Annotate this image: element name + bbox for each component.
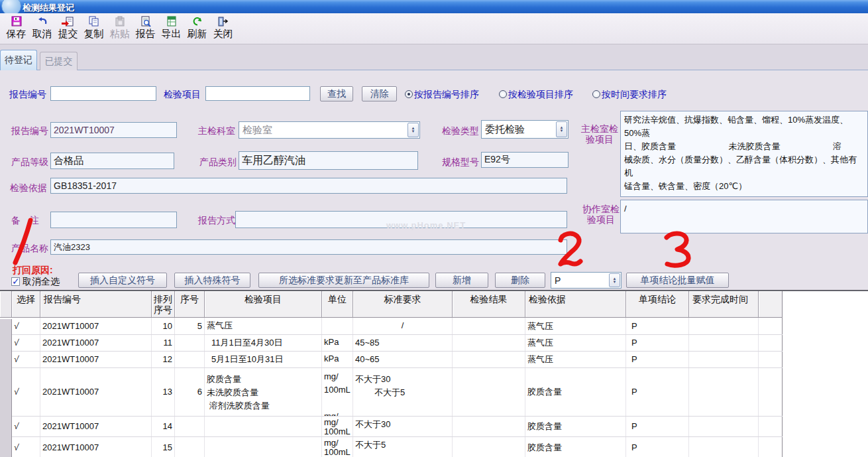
table-row[interactable]: √ 2021WT10007 10 5 蒸气压 / 蒸气压 P xyxy=(12,318,783,335)
coop-items-textarea[interactable]: / xyxy=(620,200,868,233)
category-field[interactable] xyxy=(239,151,418,170)
close-icon xyxy=(217,15,229,28)
basis-label: 检验依据 xyxy=(10,182,47,194)
export-button[interactable]: 导出 xyxy=(158,15,184,43)
row-blank-cell xyxy=(759,335,783,351)
sort-by-time-label[interactable]: 按时间要求排序 xyxy=(602,89,667,101)
row-blank-cell xyxy=(759,368,783,416)
row-basis-cell: 胶质含量 xyxy=(525,368,626,416)
copy-button[interactable]: 复制 xyxy=(81,15,107,43)
table-row[interactable]: √ 2021WT10007 13 6 胶质含量 未洗胶质含量 溶剂洗胶质含量 m… xyxy=(12,368,783,417)
grade-field[interactable] xyxy=(50,153,174,169)
row-check-cell[interactable]: √ xyxy=(12,417,40,436)
test-type-label: 检验类型 xyxy=(442,125,479,137)
col-header-seq[interactable]: 序号 xyxy=(175,291,205,317)
row-result-cell[interactable] xyxy=(453,417,525,436)
dept-label: 主检科室 xyxy=(198,125,235,137)
dropdown-arrows-icon[interactable]: ▲▼ xyxy=(609,273,620,287)
dropdown-arrows-icon[interactable]: ▲▼ xyxy=(407,123,419,137)
test-type-select[interactable]: 委托检验 ▲▼ xyxy=(481,120,569,139)
row-requirement-cell: 40~65 xyxy=(353,352,453,367)
undo-button[interactable]: 取消 xyxy=(29,15,55,43)
search-item-input[interactable] xyxy=(205,86,310,101)
row-check-cell[interactable]: √ xyxy=(12,437,40,457)
col-header-select[interactable]: 选择 xyxy=(12,291,40,317)
delete-button[interactable]: 删除 xyxy=(495,273,545,288)
spec-field[interactable] xyxy=(481,152,569,168)
col-header-unit[interactable]: 单位 xyxy=(322,291,353,317)
col-header-conclusion[interactable]: 单项结论 xyxy=(626,291,689,317)
table-row[interactable]: √ 2021WT10007 12 5月1日至10月31日 kPa 40~65 蒸… xyxy=(12,352,783,368)
sort-by-time-radio[interactable] xyxy=(592,90,600,98)
insert-custom-symbol-button[interactable]: 插入自定义符号 xyxy=(78,273,167,288)
uncheck-all-label[interactable]: 取消全选 xyxy=(23,276,60,288)
col-header-basis[interactable]: 检验依据 xyxy=(525,291,626,317)
col-header-order-no[interactable]: 排列 序号 xyxy=(152,291,175,317)
row-check-cell[interactable]: √ xyxy=(12,318,40,334)
main-items-textarea[interactable]: 研究法辛烷值、抗爆指数、铅含量、馏程、10%蒸发温度、50%蒸 日、胶质含量 未… xyxy=(620,111,868,197)
sort-by-item-radio[interactable] xyxy=(499,90,507,98)
category-label: 产品类别 xyxy=(199,157,237,168)
row-report-no-cell: 2021WT10007 xyxy=(40,417,152,436)
assign-conclusion-button[interactable]: 单项结论批量赋值 xyxy=(626,273,729,288)
col-header-requirement[interactable]: 标准要求 xyxy=(353,291,453,317)
conclusion-select[interactable]: P ▲▼ xyxy=(551,272,622,289)
row-result-cell[interactable] xyxy=(453,335,525,351)
product-name-field[interactable] xyxy=(50,239,567,255)
row-result-cell[interactable] xyxy=(453,352,525,367)
table-row[interactable]: √ 2021WT10007 14 mg/ 100mL 不大于30 胶质含量 P xyxy=(12,417,783,437)
col-header-due[interactable]: 要求完成时间 xyxy=(689,291,759,317)
dropdown-arrows-icon[interactable]: ▲▼ xyxy=(556,121,567,137)
sort-by-report-no-radio[interactable] xyxy=(405,90,413,98)
col-header-report-no[interactable]: 报告编号 xyxy=(40,291,152,317)
row-requirement-cell: 不大于30 不大于5 xyxy=(353,368,453,416)
handwritten-mark-3 xyxy=(667,233,688,265)
search-report-no-input[interactable] xyxy=(50,86,156,101)
row-order-no-cell: 10 xyxy=(152,318,175,334)
export-icon xyxy=(166,15,178,28)
insert-special-symbol-button[interactable]: 插入特殊符号 xyxy=(174,273,250,288)
row-due-cell xyxy=(689,437,759,457)
row-result-cell[interactable] xyxy=(453,318,525,334)
clear-button[interactable]: 清除 xyxy=(362,86,397,101)
grid-corner-cell xyxy=(0,291,12,317)
row-seq-cell: 5 xyxy=(175,318,205,334)
col-header-blank xyxy=(759,291,783,317)
tab-submitted[interactable]: 已提交 xyxy=(40,52,78,70)
row-check-cell[interactable]: √ xyxy=(12,368,40,416)
row-conclusion-cell: P xyxy=(626,437,689,457)
main-items-label: 主检室检验项目 xyxy=(579,123,620,145)
row-basis-cell: 胶质含量 xyxy=(525,437,626,457)
dept-select[interactable]: 检验室 ▲▼ xyxy=(239,121,420,139)
table-row[interactable]: √ 2021WT10007 15 mg/ 100mL 不大于5 胶质含量 P xyxy=(12,437,783,457)
find-button[interactable]: 查找 xyxy=(320,86,353,101)
row-result-cell[interactable] xyxy=(453,368,525,416)
row-result-cell[interactable] xyxy=(453,437,525,457)
row-blank-cell xyxy=(759,318,783,334)
row-seq-cell xyxy=(175,352,205,367)
row-check-cell[interactable]: √ xyxy=(12,335,40,351)
close-button[interactable]: 关闭 xyxy=(210,15,236,43)
sort-by-report-no-label[interactable]: 按报告编号排序 xyxy=(414,89,479,101)
table-row[interactable]: √ 2021WT10007 11 11月1日至4月30日 kPa 45~85 蒸… xyxy=(12,335,783,352)
report-mode-label: 报告方式 xyxy=(198,215,235,227)
remark-field[interactable] xyxy=(50,212,177,228)
report-no-field[interactable] xyxy=(50,122,177,138)
refresh-button[interactable]: 刷新 xyxy=(184,15,210,43)
uncheck-all-checkbox[interactable] xyxy=(11,277,20,286)
submit-button[interactable]: 提交 xyxy=(55,15,81,43)
save-button[interactable]: 保存 xyxy=(3,15,29,43)
paste-icon xyxy=(114,15,126,28)
row-unit-cell: kPa xyxy=(322,352,353,367)
row-conclusion-cell: P xyxy=(626,352,689,367)
col-header-item[interactable]: 检验项目 xyxy=(205,291,322,317)
report-button[interactable]: 报告 xyxy=(133,15,158,43)
update-standard-button[interactable]: 所选标准要求更新至产品标准库 xyxy=(258,273,429,288)
basis-field[interactable] xyxy=(50,178,567,194)
col-header-result[interactable]: 检验结果 xyxy=(453,291,525,317)
row-check-cell[interactable]: √ xyxy=(12,352,40,367)
add-button[interactable]: 新增 xyxy=(435,273,488,288)
grade-label: 产品等级 xyxy=(11,157,48,168)
sort-by-item-label[interactable]: 按检验项目排序 xyxy=(508,89,573,101)
tab-pending[interactable]: 待登记 xyxy=(0,50,37,70)
